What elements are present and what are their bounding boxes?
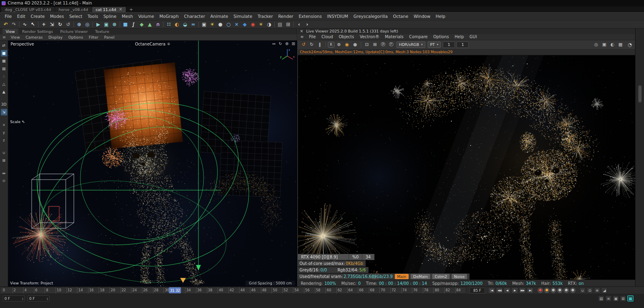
timeline-options-icon[interactable]: ≡ — [594, 287, 600, 293]
timeline-tick[interactable]: 50 — [271, 287, 282, 293]
menu-window[interactable]: Window — [411, 14, 433, 19]
lv-menu-materials[interactable]: Materials — [382, 35, 406, 39]
menu-character[interactable]: Character — [181, 14, 208, 19]
timeline-tick[interactable]: 66 — [358, 287, 369, 293]
redo-icon[interactable]: ↷ — [10, 21, 18, 28]
mode-3d-label[interactable]: 3D — [1, 101, 7, 108]
attribute-manager-icon[interactable]: ▣ — [613, 295, 619, 301]
stats-demain-button[interactable]: DeMain — [411, 274, 430, 279]
record-scale-icon[interactable] — [557, 288, 562, 293]
grid-icon[interactable]: ⊞ — [284, 21, 292, 28]
zoom-view-icon[interactable]: ⊕ — [284, 41, 289, 46]
scale-tool-icon[interactable]: ⇲ — [48, 21, 56, 28]
lv-menu-objects[interactable]: Objects — [336, 35, 357, 39]
timeline-tick[interactable]: 16 — [88, 287, 99, 293]
autokey-icon[interactable] — [544, 288, 549, 293]
extrude-icon[interactable]: ▲ — [146, 21, 154, 28]
menu-octane[interactable]: Octane — [390, 14, 411, 19]
close-icon[interactable]: × — [300, 29, 303, 33]
timeline-tick[interactable]: 36 — [196, 287, 207, 293]
primitive-cube-icon[interactable]: ■ — [121, 21, 129, 28]
menu-create[interactable]: Create — [28, 14, 47, 19]
menu-extensions[interactable]: Extensions — [296, 14, 324, 19]
environment-icon[interactable]: ○ — [224, 21, 233, 28]
document-tab-horse-v08-c4d[interactable]: horse _v08.c4d — [55, 7, 92, 12]
octane-live-icon[interactable]: ◉ — [249, 21, 257, 28]
lv-menu-options[interactable]: Options — [431, 35, 452, 39]
film-region-icon[interactable]: ⊞ — [371, 41, 379, 48]
end-frame-field[interactable]: 85 F — [470, 288, 485, 293]
vp-menu-panel[interactable]: Panel — [101, 35, 117, 39]
viewport-menu-icon[interactable]: ≡ — [2, 35, 6, 39]
menu-simulate[interactable]: Simulate — [231, 14, 255, 19]
lv-menu-file[interactable]: File — [306, 35, 319, 39]
vp-menu-view[interactable]: View — [8, 35, 23, 39]
brush-tool-icon[interactable]: ∿ — [21, 21, 29, 28]
timeline-tick[interactable]: 18 — [99, 287, 110, 293]
timeline-tick[interactable]: 22 — [121, 287, 131, 293]
document-tab-cat-11-c4d[interactable]: cat 11.c4d× — [92, 7, 126, 12]
timeline-tick[interactable]: 70 — [379, 287, 390, 293]
points-mode-icon[interactable]: ∴ — [1, 73, 7, 80]
viewport-canvas[interactable] — [8, 41, 297, 286]
menu-tracker[interactable]: Tracker — [255, 14, 276, 19]
render-picture-viewer-icon[interactable]: ▣ — [102, 21, 110, 28]
dynamics-icon[interactable]: ≈ — [189, 21, 197, 28]
quantize-icon[interactable]: ⊞ — [1, 157, 7, 164]
scale-mode-icon[interactable]: ⇲ — [1, 109, 7, 115]
timeline-tick[interactable]: 20 — [110, 287, 121, 293]
timeline-tick[interactable]: 60 — [325, 287, 336, 293]
scrollbar-thumb[interactable] — [638, 85, 642, 102]
timeline-tick[interactable]: 68 — [369, 287, 380, 293]
menu-modes[interactable]: Modes — [47, 14, 67, 19]
pan-view-icon[interactable]: ⇔ — [271, 41, 276, 46]
right-scrollbar[interactable] — [635, 28, 644, 286]
timeline-tick[interactable]: 64 — [347, 287, 358, 293]
vp-menu-cameras[interactable]: Cameras — [23, 35, 45, 39]
pick-focus-icon[interactable]: Ⓕ — [388, 41, 395, 48]
panel-tab-texture[interactable]: Texture — [92, 28, 112, 34]
timeline-tick[interactable]: 2 — [13, 287, 24, 293]
lv-menu-help[interactable]: Help — [452, 35, 467, 39]
undo-icon[interactable]: ↶ — [2, 21, 10, 28]
panel-tab-render-settings[interactable]: Render Settings — [19, 28, 56, 34]
timeline-tick[interactable]: 4 — [23, 287, 34, 293]
timeline-tick[interactable]: 10 — [56, 287, 67, 293]
edges-mode-icon[interactable]: △ — [1, 81, 7, 87]
document-tab-dog-close-up-v03-c4d[interactable]: dog _CLOSE UP v03.c4d — [1, 7, 55, 12]
nav-back-icon[interactable]: ‹ — [295, 21, 303, 28]
timeline-tick[interactable]: 24 — [131, 287, 142, 293]
timeline-tick[interactable]: 38 — [207, 287, 218, 293]
menu-tools[interactable]: Tools — [85, 14, 101, 19]
samples-field[interactable]: 1 — [457, 41, 469, 48]
timeline-tick[interactable]: 26 — [142, 287, 153, 293]
render-view-canvas[interactable] — [298, 55, 635, 280]
menu-edit[interactable]: Edit — [15, 14, 28, 19]
volume-icon[interactable]: ◒ — [181, 21, 189, 28]
maximize-view-icon[interactable]: ⊞ — [291, 41, 296, 46]
timeline-tick[interactable]: 44 — [239, 287, 250, 293]
timeline-tick[interactable]: 82 — [444, 287, 455, 293]
timeline-tick[interactable]: 58 — [315, 287, 326, 293]
camera-icon[interactable]: ▣ — [200, 21, 208, 28]
next-frame-button[interactable]: ▶▶ — [519, 287, 526, 293]
octane-node-icon[interactable]: ◑ — [265, 21, 273, 28]
menu-volume[interactable]: Volume — [136, 14, 157, 19]
axis-gizmo[interactable]: z x y — [279, 47, 295, 63]
pick-object-icon[interactable]: Ⓟ — [379, 41, 387, 48]
octane-logo-icon[interactable]: ◔ — [627, 41, 633, 48]
lv-menu-vectron[interactable]: Vectron® — [357, 35, 382, 39]
timeline-ruler[interactable]: 0246810121416182022242628303234363840424… — [1, 287, 466, 294]
axis-z-icon[interactable]: z — [1, 137, 7, 143]
reset-icon[interactable]: R — [328, 42, 334, 48]
tab-close-icon[interactable]: × — [119, 7, 122, 11]
spp-field[interactable]: 1 — [443, 41, 455, 48]
vp-menu-options[interactable]: Options — [65, 35, 86, 39]
vp-menu-display[interactable]: Display — [45, 35, 65, 39]
stats-noise-button[interactable]: Noise — [452, 274, 467, 279]
timeline-tick[interactable]: 14 — [77, 287, 88, 293]
orbit-view-icon[interactable]: ↻ — [278, 41, 283, 46]
material-ball-icon[interactable]: ● — [351, 41, 359, 48]
record-position-icon[interactable] — [551, 288, 556, 293]
material-icon[interactable]: ● — [216, 21, 224, 28]
